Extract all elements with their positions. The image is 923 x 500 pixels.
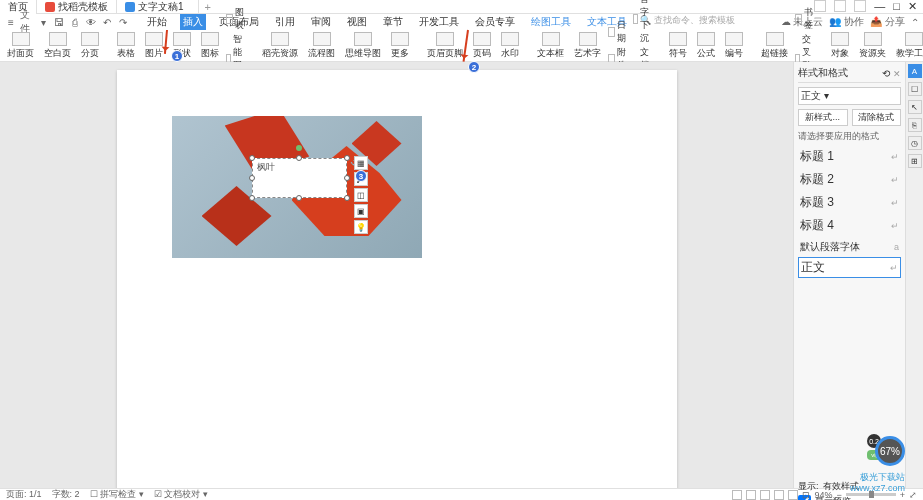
resize-handle[interactable]: [249, 195, 255, 201]
undo-icon[interactable]: ↶: [100, 16, 114, 28]
date-button[interactable]: 日期: [608, 19, 629, 45]
zoom-fit-icon[interactable]: ⊡: [802, 490, 810, 500]
panel-close-button[interactable]: ✕: [893, 69, 901, 79]
page-number-button[interactable]: 页码: [470, 32, 494, 60]
flowchart-button[interactable]: 流程图: [305, 32, 338, 60]
resize-handle[interactable]: [344, 175, 350, 181]
more-options-button[interactable]: 💡: [354, 220, 368, 234]
number-button[interactable]: 编号: [722, 32, 746, 60]
resize-handle[interactable]: [344, 195, 350, 201]
resize-handle[interactable]: [249, 175, 255, 181]
selected-textbox[interactable]: 枫叶 ⚓: [252, 158, 347, 198]
zoom-value[interactable]: 94%: [814, 490, 832, 500]
wordart-button[interactable]: 艺术字: [571, 32, 604, 60]
side-tab-help[interactable]: ⊞: [908, 154, 922, 168]
word-count[interactable]: 字数: 2: [52, 488, 80, 500]
textbox-button[interactable]: 文本框: [534, 32, 567, 60]
fill-button[interactable]: 🖌: [354, 172, 368, 186]
teaching-tools-button[interactable]: 教学工具: [893, 32, 923, 60]
preview-icon[interactable]: 👁: [84, 16, 98, 28]
resize-handle[interactable]: [296, 155, 302, 161]
chart-button[interactable]: 图表: [226, 6, 247, 32]
dock-resource-button[interactable]: 稻壳资源: [259, 32, 301, 60]
file-dropdown[interactable]: ▾: [36, 16, 50, 28]
side-tab-backup[interactable]: ⎘: [908, 118, 922, 132]
panel-pin-icon[interactable]: ⟲: [882, 68, 890, 79]
side-tab-limit[interactable]: ☐: [908, 82, 922, 96]
document-canvas[interactable]: 枫叶 ⚓ ▦ 🖌 ◫ ▣ 💡: [0, 62, 793, 488]
style-default-font[interactable]: 默认段落字体a: [798, 237, 901, 257]
shape-effects-button[interactable]: ▣: [354, 204, 368, 218]
outline-button[interactable]: ◫: [354, 188, 368, 202]
zoom-out-button[interactable]: −: [836, 490, 841, 500]
new-style-button[interactable]: 新样式...: [798, 109, 848, 126]
menu-icon[interactable]: ≡: [4, 16, 18, 28]
view-page-icon[interactable]: [732, 490, 742, 500]
view-web-icon[interactable]: [774, 490, 784, 500]
header-footer-button[interactable]: 页眉页脚: [424, 32, 466, 60]
textbox-content[interactable]: 枫叶: [257, 161, 275, 174]
spellcheck-toggle[interactable]: ☐ 拼写检查 ▾: [90, 488, 144, 500]
style-normal[interactable]: 正文↵: [798, 257, 901, 278]
print-icon[interactable]: ⎙: [68, 16, 82, 28]
side-tab-property[interactable]: ◷: [908, 136, 922, 150]
maximize-button[interactable]: □: [893, 0, 900, 13]
settings-icon[interactable]: [854, 0, 866, 12]
redo-icon[interactable]: ↷: [116, 16, 130, 28]
tab-developer[interactable]: 开发工具: [416, 14, 462, 30]
grid-icon[interactable]: [834, 0, 846, 12]
side-tab-styles[interactable]: A: [908, 64, 922, 78]
symbol-button[interactable]: 符号: [666, 32, 690, 60]
picture-button[interactable]: 图片: [142, 32, 166, 60]
style-heading1[interactable]: 标题 1↵: [798, 145, 901, 168]
app-icon[interactable]: [814, 0, 826, 12]
style-heading2[interactable]: 标题 2↵: [798, 168, 901, 191]
new-tab-button[interactable]: +: [199, 1, 217, 13]
share-button[interactable]: 📤 分享: [870, 15, 905, 29]
style-heading4[interactable]: 标题 4↵: [798, 214, 901, 237]
resource-lib-button[interactable]: 资源夹: [856, 32, 889, 60]
resize-handle[interactable]: [249, 155, 255, 161]
side-tab-select[interactable]: ↖: [908, 100, 922, 114]
style-heading3[interactable]: 标题 3↵: [798, 191, 901, 214]
hyperlink-button[interactable]: 超链接: [758, 32, 791, 60]
cover-page-button[interactable]: 封面页: [4, 32, 37, 60]
watermark-button[interactable]: 水印: [498, 32, 522, 60]
minimize-button[interactable]: —: [874, 0, 885, 13]
rotate-handle[interactable]: [296, 145, 302, 151]
tab-insert[interactable]: 插入: [180, 14, 206, 30]
layout-options-button[interactable]: ▦: [354, 156, 368, 170]
view-read-icon[interactable]: [760, 490, 770, 500]
tab-draw-tools[interactable]: 绘图工具: [528, 14, 574, 30]
close-button[interactable]: ✕: [908, 0, 917, 13]
mindmap-button[interactable]: 思维导图: [342, 32, 384, 60]
current-style-select[interactable]: 正文 ▾: [798, 87, 901, 105]
tab-references[interactable]: 引用: [272, 14, 298, 30]
equation-button[interactable]: 公式: [694, 32, 718, 60]
shape-button[interactable]: 形状: [170, 32, 194, 60]
icon-button[interactable]: 图标: [198, 32, 222, 60]
tab-start[interactable]: 开始: [144, 14, 170, 30]
save-icon[interactable]: 🖫: [52, 16, 66, 28]
tab-member[interactable]: 会员专享: [472, 14, 518, 30]
tab-review[interactable]: 审阅: [308, 14, 334, 30]
file-menu[interactable]: 文件: [20, 16, 34, 28]
drop-cap-button[interactable]: 首字下沉: [633, 0, 654, 45]
tab-view[interactable]: 视图: [344, 14, 370, 30]
collab-button[interactable]: 👥 协作: [829, 15, 864, 29]
blank-page-button[interactable]: 空白页: [41, 32, 74, 60]
object-button[interactable]: 对象: [828, 32, 852, 60]
tab-template[interactable]: 找稻壳模板: [37, 0, 117, 14]
view-fullscreen-icon[interactable]: [788, 490, 798, 500]
doc-check-toggle[interactable]: ☑ 文档校对 ▾: [154, 488, 208, 500]
page-indicator[interactable]: 页面: 1/1: [6, 488, 42, 500]
tab-document[interactable]: 文字文稿1: [117, 0, 199, 14]
table-button[interactable]: 表格: [114, 32, 138, 60]
tab-section[interactable]: 章节: [380, 14, 406, 30]
search-hint[interactable]: 🔍 查找命令、搜索模板: [640, 14, 735, 30]
resize-handle[interactable]: [344, 155, 350, 161]
resize-handle[interactable]: [296, 195, 302, 201]
bookmark-button[interactable]: 书签: [795, 6, 816, 32]
more-button[interactable]: 更多: [388, 32, 412, 60]
collapse-ribbon-icon[interactable]: ⌃: [911, 17, 919, 28]
